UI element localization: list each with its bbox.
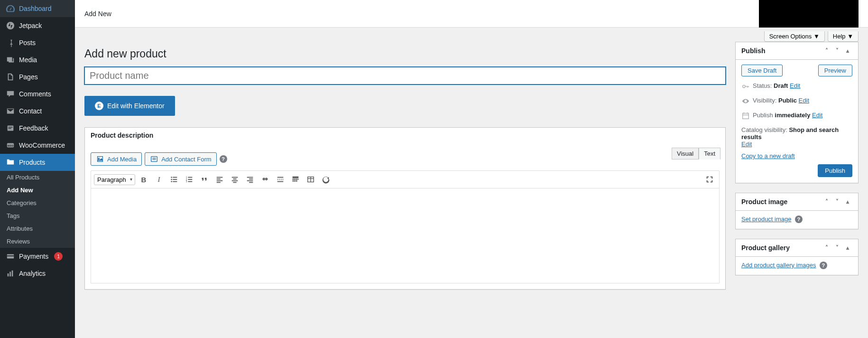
add-contact-form-button[interactable]: Add Contact Form — [145, 152, 217, 166]
fullscreen-button[interactable] — [703, 173, 716, 186]
svg-rect-40 — [277, 177, 284, 178]
main-content: Add New Screen Options ▼ Help ▼ Add new … — [75, 0, 868, 338]
calendar-icon — [741, 112, 749, 122]
svg-point-16 — [171, 177, 172, 178]
panel-down-icon[interactable]: ˅ — [832, 197, 842, 207]
publish-box-title: Publish — [741, 47, 766, 55]
help-icon[interactable]: ? — [820, 262, 827, 269]
comments-icon — [6, 89, 15, 99]
submenu-categories[interactable]: Categories — [0, 197, 75, 209]
edit-with-elementor-button[interactable]: E Edit with Elementor — [84, 96, 175, 116]
bold-button[interactable]: B — [137, 173, 150, 186]
help-button[interactable]: Help ▼ — [828, 31, 859, 42]
set-product-image-link[interactable]: Set product image — [741, 216, 792, 223]
svg-point-54 — [743, 85, 745, 87]
svg-rect-34 — [232, 180, 238, 181]
bullet-list-button[interactable] — [167, 173, 181, 186]
product-gallery-box-title: Product gallery — [741, 244, 790, 252]
table-button[interactable] — [304, 173, 317, 186]
svg-rect-19 — [173, 179, 177, 180]
dashboard-icon — [6, 4, 15, 13]
sidebar-item-label: Contact — [19, 107, 42, 115]
pin-icon — [6, 38, 15, 47]
editor-textarea[interactable] — [91, 188, 720, 283]
sidebar-item-label: Jetpack — [19, 22, 42, 29]
sidebar-item-label: Dashboard — [19, 5, 52, 12]
product-image-box-title: Product image — [741, 198, 787, 206]
align-right-button[interactable] — [243, 173, 257, 186]
submenu-add-new[interactable]: Add New — [0, 184, 75, 197]
add-media-button[interactable]: Add Media — [91, 152, 142, 166]
sidebar-item-comments[interactable]: Comments — [0, 85, 75, 103]
submenu-all-products[interactable]: All Products — [0, 171, 75, 184]
key-icon — [741, 82, 749, 92]
submenu-reviews[interactable]: Reviews — [0, 235, 75, 248]
panel-up-icon[interactable]: ˄ — [822, 243, 831, 253]
toolbar-toggle-button[interactable] — [289, 173, 302, 186]
eye-icon — [741, 97, 749, 107]
panel-collapse-icon[interactable]: ▴ — [843, 197, 852, 207]
sidebar-item-media[interactable]: Media — [0, 51, 75, 68]
product-name-input[interactable] — [84, 67, 726, 84]
elementor-icon: E — [95, 102, 103, 110]
sidebar-item-woocommerce[interactable]: woo WooCommerce — [0, 137, 75, 154]
panel-up-icon[interactable]: ˄ — [822, 197, 831, 207]
link-button[interactable] — [259, 173, 272, 186]
sidebar-item-feedback[interactable]: Feedback — [0, 120, 75, 137]
payments-icon — [6, 252, 15, 261]
products-submenu: All Products Add New Categories Tags Att… — [0, 171, 75, 248]
visual-tab[interactable]: Visual — [672, 148, 699, 160]
text-tab[interactable]: Text — [699, 148, 720, 160]
sidebar-item-products[interactable]: Products — [0, 154, 75, 171]
help-icon[interactable]: ? — [220, 155, 227, 163]
save-draft-button[interactable]: Save Draft — [741, 65, 783, 76]
svg-rect-58 — [743, 113, 749, 119]
edit-publish-date-link[interactable]: Edit — [812, 112, 822, 119]
numbered-list-button[interactable]: 123 — [183, 173, 196, 186]
svg-text:woo: woo — [7, 144, 14, 147]
blockquote-button[interactable] — [198, 173, 211, 186]
sidebar-item-label: Comments — [19, 90, 51, 98]
submenu-attributes[interactable]: Attributes — [0, 222, 75, 235]
help-icon[interactable]: ? — [795, 216, 803, 223]
refresh-button[interactable] — [319, 173, 332, 186]
sidebar-item-jetpack[interactable]: Jetpack — [0, 17, 75, 34]
italic-button[interactable]: I — [152, 173, 166, 186]
sidebar-item-pages[interactable]: Pages — [0, 68, 75, 85]
insert-more-button[interactable] — [274, 173, 287, 186]
copy-to-draft-link[interactable]: Copy to a new draft — [741, 152, 795, 160]
format-select[interactable]: Paragraph — [94, 174, 135, 185]
analytics-icon — [6, 269, 15, 278]
sidebar-item-contact[interactable]: Contact — [0, 103, 75, 120]
edit-visibility-link[interactable]: Edit — [799, 97, 809, 104]
description-box-header: Product description — [85, 128, 725, 143]
panel-collapse-icon[interactable]: ▴ — [843, 243, 852, 253]
svg-rect-31 — [217, 182, 221, 183]
screen-options-button[interactable]: Screen Options ▼ — [764, 31, 825, 42]
svg-rect-17 — [173, 177, 177, 178]
sidebar-item-posts[interactable]: Posts — [0, 34, 75, 51]
svg-rect-42 — [277, 181, 284, 182]
align-center-button[interactable] — [228, 173, 241, 186]
svg-rect-30 — [217, 180, 223, 181]
panel-collapse-icon[interactable]: ▴ — [843, 46, 852, 56]
panel-down-icon[interactable]: ˅ — [832, 243, 842, 253]
panel-up-icon[interactable]: ˄ — [822, 46, 831, 56]
svg-rect-33 — [233, 178, 236, 179]
add-gallery-images-link[interactable]: Add product gallery images — [741, 262, 816, 269]
edit-catalog-link[interactable]: Edit — [741, 141, 752, 148]
sidebar-item-label: Analytics — [19, 270, 46, 277]
sidebar-item-payments[interactable]: Payments 1 — [0, 248, 75, 265]
sidebar-item-label: WooCommerce — [19, 141, 65, 149]
panel-down-icon[interactable]: ˅ — [832, 46, 842, 56]
product-gallery-box: Product gallery ˄ ˅ ▴ Add product galler… — [735, 239, 859, 275]
submenu-tags[interactable]: Tags — [0, 209, 75, 222]
publish-button[interactable]: Publish — [818, 164, 852, 177]
edit-status-link[interactable]: Edit — [790, 82, 800, 89]
editor-toolbar: Paragraph B I 123 — [91, 170, 720, 188]
svg-rect-28 — [217, 177, 223, 178]
preview-button[interactable]: Preview — [818, 65, 852, 76]
sidebar-item-analytics[interactable]: Analytics — [0, 265, 75, 282]
align-left-button[interactable] — [213, 173, 226, 186]
sidebar-item-dashboard[interactable]: Dashboard — [0, 0, 75, 17]
